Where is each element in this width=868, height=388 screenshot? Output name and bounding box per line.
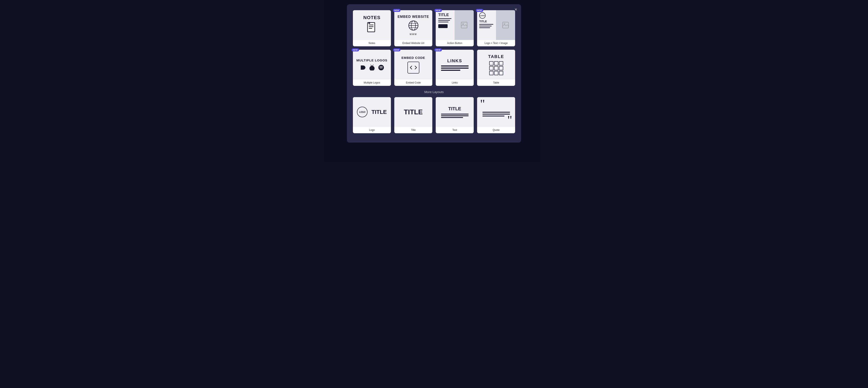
modal-overlay: × NOTES [0, 0, 217, 149]
